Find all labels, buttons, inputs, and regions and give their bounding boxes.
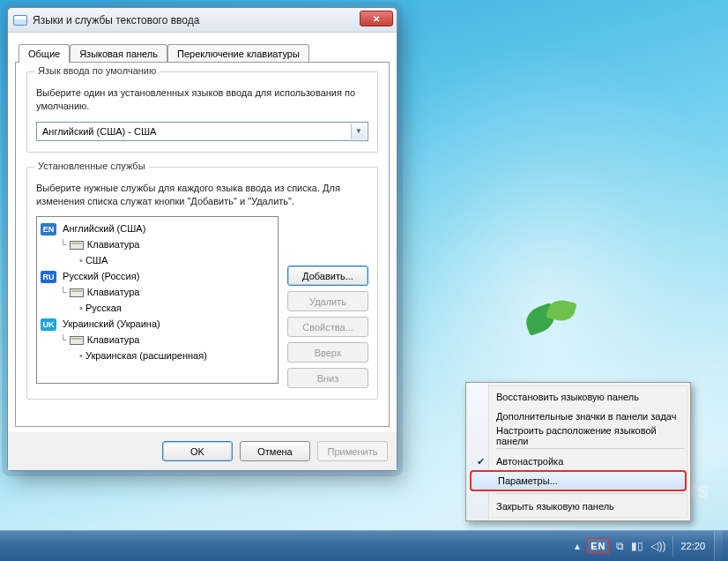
tray-separator: [672, 535, 673, 557]
language-tree[interactable]: EN Английский (США) └ Клавиатура • США R…: [36, 216, 279, 384]
badge-en: EN: [41, 223, 56, 236]
lang-node-ru[interactable]: RU Русский (Россия): [41, 268, 274, 284]
text-services-window: Языки и службы текстового ввода ✕ Общие …: [7, 7, 397, 471]
layout-node[interactable]: • Украинская (расширенная): [41, 348, 274, 363]
kbd-label: Клавиатура: [87, 334, 140, 345]
language-indicator[interactable]: EN: [587, 538, 609, 554]
kbd-label: Клавиатура: [87, 287, 140, 297]
kbd-node[interactable]: └ Клавиатура: [41, 332, 274, 348]
cm-label: Восстановить языковую панель: [496, 392, 639, 402]
cm-label: Дополнительные значки в панели задач: [496, 411, 676, 422]
group-default-language-title: Язык ввода по умолчанию: [34, 65, 160, 76]
kbd-node[interactable]: └ Клавиатура: [41, 236, 274, 252]
group-installed-services: Установленные службы Выберите нужные слу…: [26, 167, 378, 400]
taskbar[interactable]: ▴ EN ⧉ ▮▯ ◁)) 22:20: [0, 530, 728, 561]
tab-page-general: Язык ввода по умолчанию Выберите один из…: [15, 62, 390, 427]
volume-icon[interactable]: ◁)): [650, 540, 665, 552]
window-icon: [13, 15, 27, 26]
tab-general[interactable]: Общие: [19, 44, 70, 63]
up-button: Вверх: [287, 342, 368, 363]
lang-name: Русский (Россия): [63, 271, 139, 281]
cm-extra-icons[interactable]: Дополнительные значки в панели задач: [470, 407, 687, 426]
check-icon: ✔: [477, 456, 485, 468]
lang-node-uk[interactable]: UK Украинский (Украина): [41, 316, 274, 332]
window-title: Языки и службы текстового ввода: [33, 14, 199, 26]
chevron-down-icon[interactable]: ▼: [351, 123, 366, 139]
keyboard-icon: [70, 336, 84, 345]
layout-node[interactable]: • Русская: [41, 300, 274, 316]
cm-label: Параметры...: [498, 475, 558, 486]
remove-button: Удалить: [287, 291, 368, 311]
tray-arrow-icon[interactable]: ▴: [575, 540, 580, 552]
default-language-dropdown[interactable]: Английский (США) - США ▼: [36, 122, 368, 141]
show-desktop-button[interactable]: [714, 531, 723, 561]
kbd-label: Клавиатура: [87, 239, 140, 250]
clock[interactable]: 22:20: [680, 541, 705, 551]
layout-label: Украинская (расширенная): [85, 350, 207, 361]
cm-restore[interactable]: Восстановить языковую панель: [470, 387, 687, 407]
wallpaper-leaf: [525, 300, 587, 335]
add-button[interactable]: Добавить...: [287, 266, 368, 286]
cm-separator: [496, 493, 685, 494]
cm-label: Автонастройка: [496, 456, 563, 467]
cm-autotune[interactable]: ✔ Автонастройка: [470, 452, 687, 471]
titlebar[interactable]: Языки и службы текстового ввода ✕: [8, 8, 397, 33]
cm-label: Закрыть языковую панель: [496, 501, 614, 512]
layout-label: Русская: [85, 303, 122, 313]
layout-label: США: [85, 255, 108, 266]
lang-name: Украинский (Украина): [63, 318, 160, 329]
group-installed-services-title: Установленные службы: [34, 161, 149, 171]
cm-parameters[interactable]: Параметры...: [471, 471, 686, 490]
tab-strip: Общие Языковая панель Переключение клави…: [15, 38, 390, 62]
service-buttons: Добавить... Удалить Свойства... Вверх Вн…: [287, 266, 368, 388]
default-language-value: Английский (США) - США: [42, 126, 156, 137]
tab-language-bar[interactable]: Языковая панель: [70, 44, 167, 63]
network-icon[interactable]: ▮▯: [631, 540, 643, 552]
cancel-button[interactable]: Отмена: [240, 441, 310, 461]
properties-button: Свойства...: [287, 317, 368, 337]
dialog-footer: OK Отмена Применить: [8, 432, 397, 470]
cm-close-langbar[interactable]: Закрыть языковую панель: [470, 497, 687, 516]
close-button[interactable]: ✕: [360, 11, 393, 26]
apply-button: Применить: [317, 441, 388, 461]
cm-separator: [496, 448, 685, 449]
keyboard-icon: [70, 241, 84, 250]
down-button: Вниз: [287, 368, 368, 388]
group-installed-services-desc: Выберите нужные службы для каждого языка…: [36, 182, 368, 208]
lang-node-en[interactable]: EN Английский (США): [41, 221, 274, 236]
group-default-language: Язык ввода по умолчанию Выберите один из…: [26, 71, 378, 153]
system-tray: ▴ EN ⧉ ▮▯ ◁)) 22:20: [575, 535, 705, 557]
tab-key-switch[interactable]: Переключение клавиатуры: [167, 44, 309, 63]
dropbox-icon[interactable]: ⧉: [616, 540, 624, 552]
ok-button[interactable]: OK: [162, 441, 233, 461]
badge-ru: RU: [41, 271, 56, 283]
group-default-language-desc: Выберите один из установленных языков вв…: [36, 86, 368, 113]
cm-label: Настроить расположение языковой панели: [496, 425, 678, 446]
language-bar-context-menu: Восстановить языковую панель Дополнитель…: [465, 382, 691, 521]
layout-node[interactable]: • США: [41, 252, 274, 268]
cm-configure-position[interactable]: Настроить расположение языковой панели: [470, 426, 687, 445]
kbd-node[interactable]: └ Клавиатура: [41, 284, 274, 300]
lang-name: Английский (США): [63, 223, 145, 234]
badge-uk: UK: [41, 318, 56, 331]
keyboard-icon: [70, 288, 84, 297]
